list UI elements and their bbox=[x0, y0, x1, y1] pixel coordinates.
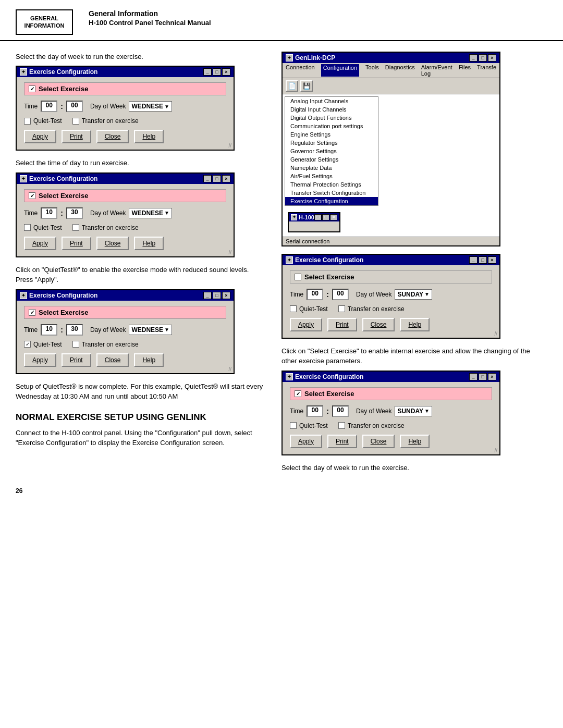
win2-controls[interactable]: _ □ × bbox=[203, 175, 230, 182]
h100-maximize[interactable]: □ bbox=[322, 214, 329, 220]
win3-quiet-checkbox[interactable] bbox=[24, 341, 31, 348]
winr1-select-checkbox[interactable] bbox=[295, 274, 301, 280]
toolbar-btn-2[interactable]: 💾 bbox=[300, 80, 313, 92]
h100-close[interactable]: × bbox=[330, 214, 337, 220]
h100-minimize[interactable]: □ bbox=[314, 214, 322, 220]
winr1-day-dropdown[interactable]: SUNDAY ▼ bbox=[395, 289, 432, 300]
win2-apply-btn[interactable]: Apply bbox=[24, 237, 56, 250]
menu-airfuel[interactable]: Air/Fuel Settings bbox=[285, 172, 378, 180]
winr1-apply-btn[interactable]: Apply bbox=[290, 318, 322, 331]
toolbar-btn-1[interactable]: 📄 bbox=[286, 80, 298, 92]
win1-resize[interactable]: // bbox=[228, 143, 231, 149]
win1-transfer-item[interactable]: Transfer on exercise bbox=[72, 117, 139, 125]
win1-day-dropdown[interactable]: WEDNESE ▼ bbox=[129, 101, 172, 112]
winr1-time-min[interactable]: 00 bbox=[332, 289, 349, 300]
menu-configuration[interactable]: Configuration bbox=[321, 64, 359, 77]
win2-quiet-item[interactable]: Quiet-Test bbox=[24, 224, 62, 231]
genlink-maximize[interactable]: □ bbox=[479, 54, 487, 61]
win2-resize[interactable]: // bbox=[228, 250, 231, 255]
winr1-transfer-checkbox[interactable] bbox=[338, 305, 345, 312]
winr2-resize[interactable]: // bbox=[494, 448, 497, 453]
win1-minimize[interactable]: _ bbox=[203, 68, 212, 76]
winr1-transfer-item[interactable]: Transfer on exercise bbox=[338, 305, 405, 313]
win1-help-btn[interactable]: Help bbox=[134, 130, 164, 143]
win1-controls[interactable]: _ □ × bbox=[203, 68, 230, 76]
winr2-day-dropdown[interactable]: SUNDAY ▼ bbox=[395, 406, 432, 416]
win1-time-min[interactable]: 00 bbox=[66, 101, 83, 112]
winr1-help-btn[interactable]: Help bbox=[400, 318, 430, 331]
winr1-print-btn[interactable]: Print bbox=[327, 318, 357, 331]
menu-comm[interactable]: Communication port settings bbox=[285, 122, 378, 130]
winr2-close-btn[interactable]: Close bbox=[362, 435, 395, 448]
win3-day-dropdown[interactable]: WEDNESE ▼ bbox=[129, 325, 172, 335]
winr1-controls[interactable]: _ □ × bbox=[469, 256, 496, 264]
win2-help-btn[interactable]: Help bbox=[134, 237, 164, 250]
winr2-help-btn[interactable]: Help bbox=[400, 435, 430, 448]
h100-controls[interactable]: □ □ × bbox=[314, 214, 337, 220]
winr2-print-btn[interactable]: Print bbox=[327, 435, 357, 448]
menu-tools[interactable]: Tools bbox=[365, 64, 379, 77]
win3-resize[interactable]: // bbox=[228, 366, 231, 372]
win1-close-btn[interactable]: Close bbox=[96, 130, 129, 143]
win2-select-checkbox[interactable] bbox=[29, 192, 35, 199]
genlink-minimize[interactable]: _ bbox=[469, 54, 478, 61]
win1-quiet-checkbox[interactable] bbox=[24, 118, 31, 125]
winr2-quiet-item[interactable]: Quiet-Test bbox=[290, 422, 328, 429]
winr2-apply-btn[interactable]: Apply bbox=[290, 435, 322, 448]
genlink-controls[interactable]: _ □ × bbox=[469, 54, 496, 61]
winr2-close[interactable]: × bbox=[488, 373, 496, 380]
win2-quiet-checkbox[interactable] bbox=[24, 224, 31, 231]
menu-transfer[interactable]: Transfe bbox=[477, 64, 496, 77]
menu-governor[interactable]: Governor Settings bbox=[285, 147, 378, 155]
win1-print-btn[interactable]: Print bbox=[62, 130, 91, 143]
win3-time-hour[interactable]: 10 bbox=[41, 324, 57, 336]
winr1-close-btn[interactable]: Close bbox=[362, 318, 395, 331]
menu-alarm[interactable]: Alarm/Event Log bbox=[421, 64, 452, 77]
winr1-select-exercise[interactable]: Select Exercise bbox=[290, 270, 492, 283]
winr1-maximize[interactable]: □ bbox=[479, 256, 487, 264]
winr2-transfer-item[interactable]: Transfer on exercise bbox=[338, 422, 405, 429]
menu-digital-in[interactable]: Digital Input Channels bbox=[285, 105, 378, 114]
menu-connection[interactable]: Connection bbox=[286, 64, 315, 77]
win3-select-exercise[interactable]: Select Exercise bbox=[24, 306, 226, 319]
win3-help-btn[interactable]: Help bbox=[134, 353, 164, 367]
win1-time-hour[interactable]: 00 bbox=[41, 101, 57, 112]
win1-quiet-item[interactable]: Quiet-Test bbox=[24, 117, 62, 125]
win2-time-min[interactable]: 30 bbox=[66, 207, 83, 219]
win1-apply-btn[interactable]: Apply bbox=[24, 130, 56, 143]
menu-transfer-switch[interactable]: Transfer Switch Configuration bbox=[285, 189, 378, 197]
winr1-time-hour[interactable]: 00 bbox=[307, 289, 323, 300]
winr2-select-checkbox[interactable] bbox=[295, 390, 301, 397]
winr1-minimize[interactable]: _ bbox=[469, 256, 478, 264]
winr2-select-exercise[interactable]: Select Exercise bbox=[290, 387, 492, 400]
win2-close[interactable]: × bbox=[222, 175, 230, 182]
win3-time-min[interactable]: 30 bbox=[66, 324, 83, 336]
win3-minimize[interactable]: _ bbox=[203, 292, 212, 299]
win2-minimize[interactable]: _ bbox=[203, 175, 212, 182]
win3-select-checkbox[interactable] bbox=[29, 309, 35, 316]
winr2-maximize[interactable]: □ bbox=[479, 373, 487, 380]
win3-controls[interactable]: _ □ × bbox=[203, 292, 230, 299]
win1-select-checkbox[interactable] bbox=[29, 85, 35, 92]
menu-engine[interactable]: Engine Settings bbox=[285, 130, 378, 139]
win3-print-btn[interactable]: Print bbox=[62, 353, 91, 367]
winr2-quiet-checkbox[interactable] bbox=[290, 422, 297, 429]
menu-exercise-config[interactable]: Exercise Configuration bbox=[285, 197, 378, 205]
winr2-time-min[interactable]: 00 bbox=[332, 405, 349, 417]
menu-regulator[interactable]: Regulator Settings bbox=[285, 139, 378, 147]
win1-select-exercise[interactable]: Select Exercise bbox=[24, 82, 226, 95]
winr2-transfer-checkbox[interactable] bbox=[338, 422, 345, 429]
win3-maximize[interactable]: □ bbox=[213, 292, 221, 299]
win1-transfer-checkbox[interactable] bbox=[72, 118, 79, 125]
win2-transfer-item[interactable]: Transfer on exercise bbox=[72, 224, 139, 231]
win2-time-hour[interactable]: 10 bbox=[41, 207, 57, 219]
win3-close[interactable]: × bbox=[222, 292, 230, 299]
win3-transfer-item[interactable]: Transfer on exercise bbox=[72, 341, 139, 348]
winr2-minimize[interactable]: _ bbox=[469, 373, 478, 380]
win2-print-btn[interactable]: Print bbox=[62, 237, 91, 250]
winr2-time-hour[interactable]: 00 bbox=[307, 405, 323, 417]
menu-nameplate[interactable]: Nameplate Data bbox=[285, 164, 378, 172]
win3-apply-btn[interactable]: Apply bbox=[24, 353, 56, 367]
winr1-quiet-item[interactable]: Quiet-Test bbox=[290, 305, 328, 313]
win3-quiet-item[interactable]: Quiet-Test bbox=[24, 341, 62, 348]
